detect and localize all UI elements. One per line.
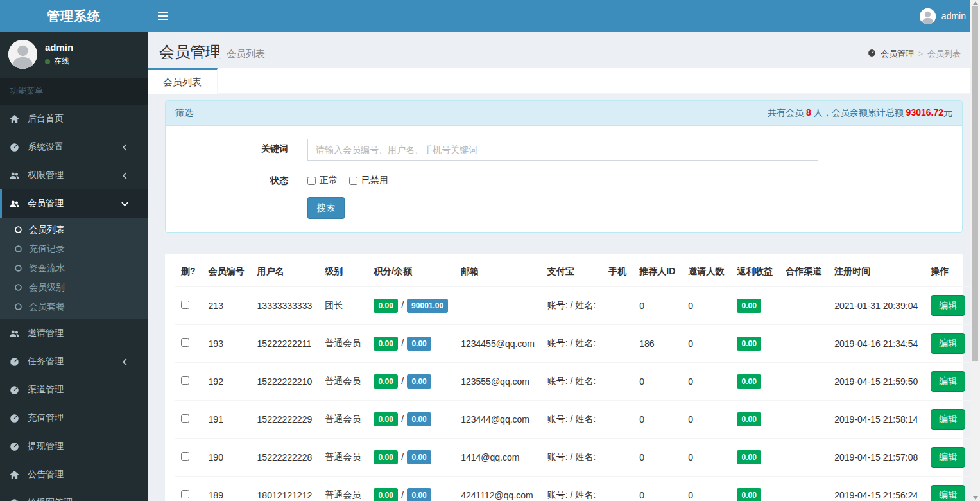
sidebar-toggle-button[interactable] bbox=[148, 0, 178, 32]
cell-member-id: 192 bbox=[202, 363, 251, 401]
circle-icon bbox=[14, 245, 23, 254]
user-status[interactable]: 在线 bbox=[45, 56, 73, 67]
cell-rebate: 0.00 bbox=[730, 439, 779, 477]
status-checkbox[interactable] bbox=[349, 177, 357, 185]
cell-phone bbox=[602, 363, 633, 401]
navbar-avatar bbox=[920, 8, 936, 24]
sidebar-submenu-item[interactable]: 充值记录 bbox=[0, 240, 148, 259]
top-navbar: admin bbox=[148, 0, 980, 32]
points-badge: 0.00 bbox=[374, 374, 398, 389]
row-checkbox[interactable] bbox=[181, 490, 189, 498]
cell-member-id: 190 bbox=[202, 439, 251, 477]
breadcrumb-parent[interactable]: 会员管理 bbox=[881, 48, 914, 60]
user-name: admin bbox=[45, 42, 73, 53]
cell-email bbox=[454, 287, 541, 325]
cell-level: 普通会员 bbox=[318, 325, 367, 363]
cell-phone bbox=[602, 439, 633, 477]
column-header: 支付宝 bbox=[541, 257, 602, 287]
edit-button[interactable]: 编辑 bbox=[931, 485, 965, 501]
sidebar-submenu-item[interactable]: 会员级别 bbox=[0, 278, 148, 297]
cell-username: 15222222210 bbox=[251, 363, 319, 401]
sidebar-submenu-item[interactable]: 资金流水 bbox=[0, 259, 148, 278]
cell-invite-count: 0 bbox=[682, 401, 730, 439]
filter-title[interactable]: 筛选 bbox=[175, 107, 193, 119]
points-badge: 0.00 bbox=[374, 412, 398, 426]
row-checkbox[interactable] bbox=[181, 452, 189, 461]
cell-referrer-id: 0 bbox=[633, 477, 682, 501]
column-header: 合作渠道 bbox=[779, 257, 828, 287]
member-count: 8 bbox=[806, 107, 811, 118]
cell-referrer-id: 0 bbox=[633, 401, 682, 439]
points-badge: 0.00 bbox=[374, 450, 398, 464]
table-header-row: 删?会员编号用户名级别积分/余额邮箱支付宝手机推荐人ID邀请人数返利收益合作渠道… bbox=[175, 257, 972, 287]
sidebar-menu-item[interactable]: 任务管理 bbox=[0, 347, 148, 376]
hamburger-icon bbox=[158, 12, 168, 13]
row-checkbox[interactable] bbox=[181, 414, 189, 423]
edit-button[interactable]: 编辑 bbox=[931, 295, 965, 316]
row-checkbox[interactable] bbox=[181, 301, 189, 309]
sidebar-user-panel: admin 在线 bbox=[0, 32, 148, 78]
row-checkbox[interactable] bbox=[181, 338, 189, 347]
filter-panel-body: 关键词 状态 正常已禁用 搜索 bbox=[166, 126, 962, 232]
cell-alipay: 账号: / 姓名: bbox=[541, 325, 602, 363]
sidebar-submenu-item[interactable]: 会员套餐 bbox=[0, 297, 148, 317]
cell-referrer-id: 0 bbox=[633, 363, 682, 401]
tab-member-list[interactable]: 会员列表 bbox=[148, 68, 218, 94]
column-header: 用户名 bbox=[251, 257, 319, 287]
sidebar-menu-item[interactable]: 系统设置 bbox=[0, 133, 148, 161]
status-checkbox[interactable] bbox=[307, 177, 316, 185]
chevron-left-icon bbox=[120, 357, 133, 367]
status-label: 状态 bbox=[166, 171, 307, 187]
sidebar-menu-item[interactable]: 权限管理 bbox=[0, 161, 148, 189]
cell-email: 1234455@qq.com bbox=[454, 325, 541, 363]
breadcrumb-separator: > bbox=[918, 49, 923, 58]
filter-panel: 筛选 共有会员 8 人，会员余额累计总额 93016.72元 关键词 状态 正常… bbox=[165, 100, 963, 233]
sidebar-menu-item[interactable]: 轮播图管理 bbox=[0, 489, 148, 501]
cell-actions: 编辑 bbox=[924, 439, 972, 477]
page-subtitle: 会员列表 bbox=[227, 48, 265, 60]
scroll-down-arrow-icon[interactable] bbox=[970, 495, 980, 501]
cell-email: 1414@qq.com bbox=[454, 439, 541, 477]
status-checkbox-option[interactable]: 正常 bbox=[307, 175, 338, 186]
sidebar-menu-item[interactable]: 后台首页 bbox=[0, 105, 148, 133]
cell-rebate: 0.00 bbox=[730, 325, 779, 363]
sidebar-menu-item[interactable]: 公告管理 bbox=[0, 461, 148, 489]
sidebar-submenu-item[interactable]: 会员列表 bbox=[0, 220, 148, 240]
sidebar-menu-item[interactable]: 渠道管理 bbox=[0, 376, 148, 404]
cell-channel bbox=[779, 363, 828, 401]
edit-button[interactable]: 编辑 bbox=[931, 447, 965, 468]
circle-icon bbox=[14, 264, 23, 273]
status-checkbox-option[interactable]: 已禁用 bbox=[349, 175, 388, 186]
cell-register-time: 2019-04-15 21:57:08 bbox=[828, 439, 924, 477]
row-checkbox[interactable] bbox=[181, 376, 189, 385]
filter-panel-header: 筛选 共有会员 8 人，会员余额累计总额 93016.72元 bbox=[166, 101, 962, 126]
sidebar-menu-item[interactable]: 会员管理 bbox=[0, 189, 148, 218]
gauge-icon bbox=[10, 414, 22, 423]
sidebar-menu-item[interactable]: 邀请管理 bbox=[0, 319, 148, 347]
sidebar-menu-item[interactable]: 提现管理 bbox=[0, 432, 148, 461]
cell-referrer-id: 0 bbox=[633, 439, 682, 477]
circle-icon bbox=[14, 283, 23, 292]
sidebar-menu-item[interactable]: 充值管理 bbox=[0, 404, 148, 432]
keyword-label: 关键词 bbox=[166, 139, 307, 161]
keyword-input[interactable] bbox=[307, 139, 818, 161]
edit-button[interactable]: 编辑 bbox=[931, 409, 965, 430]
app-logo[interactable]: 管理系统 bbox=[0, 0, 148, 32]
scrollbar-thumb[interactable] bbox=[972, 6, 978, 361]
gauge-icon bbox=[10, 385, 22, 395]
cell-invite-count: 0 bbox=[682, 287, 730, 325]
cell-register-time: 2019-04-15 21:56:24 bbox=[828, 477, 924, 501]
cell-username: 13333333333 bbox=[251, 287, 319, 325]
cell-actions: 编辑 bbox=[924, 401, 972, 439]
edit-button[interactable]: 编辑 bbox=[931, 333, 965, 354]
column-header: 返利收益 bbox=[730, 257, 779, 287]
scroll-up-arrow-icon[interactable] bbox=[970, 0, 980, 6]
search-button[interactable]: 搜索 bbox=[307, 197, 345, 219]
edit-button[interactable]: 编辑 bbox=[931, 371, 965, 392]
cell-email: 123555@qq.com bbox=[454, 363, 541, 401]
status-options: 正常已禁用 bbox=[307, 171, 952, 187]
sidebar-menu: 后台首页 系统设置 权限管理 会员管理 会员列表 充值记录 资金流水 会员级别 … bbox=[0, 105, 148, 501]
cell-points-balance: 0.00/0.00 bbox=[367, 363, 454, 401]
cell-level: 团长 bbox=[318, 287, 367, 325]
vertical-scrollbar[interactable] bbox=[970, 0, 980, 501]
